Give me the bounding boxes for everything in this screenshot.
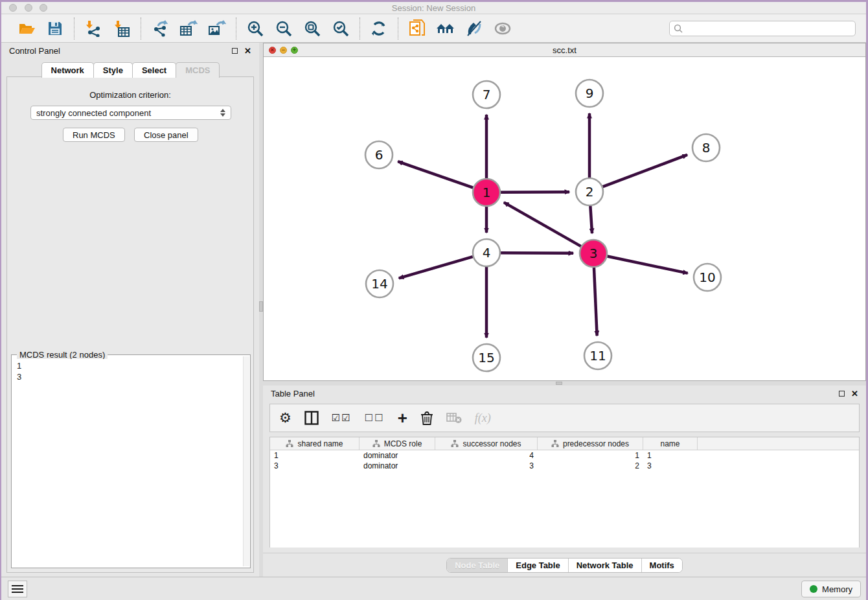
horizontal-splitter[interactable] xyxy=(263,381,866,386)
tab-network-table[interactable]: Network Table xyxy=(569,559,642,572)
graph-edge-4-3[interactable] xyxy=(501,253,573,253)
graph-edge-3-1[interactable] xyxy=(504,202,581,246)
table-tabs: Node Table Edge Table Network Table Moti… xyxy=(263,558,866,573)
column-layout-icon[interactable] xyxy=(304,411,319,425)
graph-node-label-15: 15 xyxy=(478,350,494,365)
graph-edge-3-11[interactable] xyxy=(594,268,597,336)
cell-predecessor-nodes[interactable]: 1 xyxy=(538,451,643,460)
cell-name[interactable]: 1 xyxy=(643,451,698,460)
network-window-title: scc.txt xyxy=(264,45,865,55)
table-toolbar: ⚙ ☑☑ ☐☐ + f(x) xyxy=(269,404,860,432)
close-window-icon[interactable] xyxy=(9,4,17,12)
cell-name[interactable]: 3 xyxy=(643,461,698,470)
control-panel-header: Control Panel ✕ xyxy=(1,43,259,58)
splitter-handle[interactable] xyxy=(556,382,562,385)
node-table: shared name MCDS role successor nodes pr… xyxy=(269,437,860,548)
cell-mcds-role[interactable]: dominator xyxy=(360,461,435,470)
export-network-icon[interactable] xyxy=(150,19,170,38)
run-mcds-button[interactable]: Run MCDS xyxy=(63,128,125,142)
memory-button[interactable]: Memory xyxy=(801,581,861,597)
show-networks-icon[interactable] xyxy=(436,19,455,38)
column-header-name[interactable]: name xyxy=(643,437,698,450)
import-network-icon[interactable] xyxy=(84,19,103,38)
table-settings-icon[interactable]: ⚙ xyxy=(279,410,291,426)
close-panel-button[interactable]: Close panel xyxy=(134,128,198,142)
graph-node-label-9: 9 xyxy=(586,86,594,101)
tab-node-table[interactable]: Node Table xyxy=(447,559,508,572)
close-panel-icon[interactable]: ✕ xyxy=(244,47,251,55)
cell-successor-nodes[interactable]: 3 xyxy=(435,461,538,470)
function-builder-icon[interactable]: f(x) xyxy=(475,411,491,425)
table-panel: Table Panel ✕ ⚙ ☑☑ ☐☐ + f(x) shared name xyxy=(263,386,866,577)
table-row[interactable]: 3 dominator 3 2 3 xyxy=(270,461,859,471)
graph-edge-4-14[interactable] xyxy=(399,257,473,278)
clone-network-icon[interactable] xyxy=(407,19,427,38)
graph-node-label-14: 14 xyxy=(371,276,387,292)
minimize-window-icon[interactable] xyxy=(25,4,32,12)
column-type-icon xyxy=(286,440,293,447)
float-panel-icon[interactable] xyxy=(839,391,845,397)
save-session-icon[interactable] xyxy=(45,19,65,38)
export-image-icon[interactable] xyxy=(207,19,227,38)
tab-select[interactable]: Select xyxy=(132,62,176,78)
network-maximize-icon[interactable]: + xyxy=(291,47,298,54)
graph-edge-2-3[interactable] xyxy=(590,206,592,233)
close-panel-icon[interactable]: ✕ xyxy=(851,389,858,398)
network-window-titlebar: × − + scc.txt xyxy=(264,43,865,57)
export-table-icon[interactable] xyxy=(179,19,198,38)
tab-style[interactable]: Style xyxy=(93,62,133,78)
open-session-icon[interactable] xyxy=(17,19,36,38)
zoom-in-icon[interactable] xyxy=(246,19,265,38)
task-history-button[interactable] xyxy=(8,581,27,597)
graph-edge-2-8[interactable] xyxy=(603,155,687,187)
network-minimize-icon[interactable]: − xyxy=(280,47,287,54)
zoom-out-icon[interactable] xyxy=(274,19,293,38)
column-header-shared-name[interactable]: shared name xyxy=(270,437,360,450)
optimization-criterion-label: Optimization criterion: xyxy=(7,90,253,100)
graph-edge-3-10[interactable] xyxy=(608,257,688,273)
zoom-selected-icon[interactable] xyxy=(331,19,350,38)
deselect-all-columns-icon[interactable]: ☐☐ xyxy=(365,412,385,424)
select-all-columns-icon[interactable]: ☑☑ xyxy=(332,412,352,424)
criterion-select[interactable]: strongly connected component xyxy=(30,106,231,120)
network-view-window: × − + scc.txt 7968124314101511 xyxy=(263,43,866,381)
window-controls[interactable] xyxy=(9,4,52,14)
apply-layout-icon[interactable] xyxy=(369,19,389,38)
cell-successor-nodes[interactable]: 4 xyxy=(435,451,538,460)
graph-edge-1-6[interactable] xyxy=(398,161,473,188)
tab-network[interactable]: Network xyxy=(41,62,94,78)
add-column-icon[interactable]: + xyxy=(398,408,407,428)
network-canvas[interactable]: 7968124314101511 xyxy=(264,57,865,380)
delete-table-icon[interactable] xyxy=(446,412,462,424)
zoom-window-icon[interactable] xyxy=(40,4,47,12)
cell-predecessor-nodes[interactable]: 2 xyxy=(538,461,643,470)
memory-status-icon xyxy=(810,585,817,593)
column-header-predecessor-nodes[interactable]: predecessor nodes xyxy=(538,437,643,450)
column-header-successor-nodes[interactable]: successor nodes xyxy=(435,437,538,450)
network-close-icon[interactable]: × xyxy=(269,47,276,54)
table-row[interactable]: 1 dominator 4 1 1 xyxy=(270,450,859,461)
toggle-visibility-icon[interactable] xyxy=(493,19,512,38)
cell-shared-name[interactable]: 1 xyxy=(270,451,360,460)
search-input[interactable] xyxy=(683,24,851,33)
column-type-icon xyxy=(372,440,380,447)
table-panel-header: Table Panel ✕ xyxy=(263,386,866,401)
tab-motifs[interactable]: Motifs xyxy=(642,559,682,572)
mcds-result-text[interactable]: 1 3 xyxy=(13,359,242,566)
tab-edge-table[interactable]: Edge Table xyxy=(508,559,568,572)
float-panel-icon[interactable] xyxy=(232,48,238,54)
hide-style-icon[interactable] xyxy=(464,19,484,38)
cell-shared-name[interactable]: 3 xyxy=(270,461,360,470)
column-header-mcds-role[interactable]: MCDS role xyxy=(360,437,435,450)
graph-edge-1-2[interactable] xyxy=(501,192,569,192)
import-table-icon[interactable] xyxy=(112,19,131,38)
result-scrollbar[interactable] xyxy=(243,356,249,566)
control-panel: Control Panel ✕ Network Style Select MCD… xyxy=(1,43,259,577)
search-box[interactable] xyxy=(669,21,856,36)
criterion-value: strongly connected component xyxy=(36,108,220,118)
zoom-fit-icon[interactable] xyxy=(303,19,322,38)
tab-mcds[interactable]: MCDS xyxy=(176,62,220,78)
cell-mcds-role[interactable]: dominator xyxy=(360,451,435,460)
graph-node-label-7: 7 xyxy=(483,87,491,102)
delete-column-icon[interactable] xyxy=(420,411,433,425)
